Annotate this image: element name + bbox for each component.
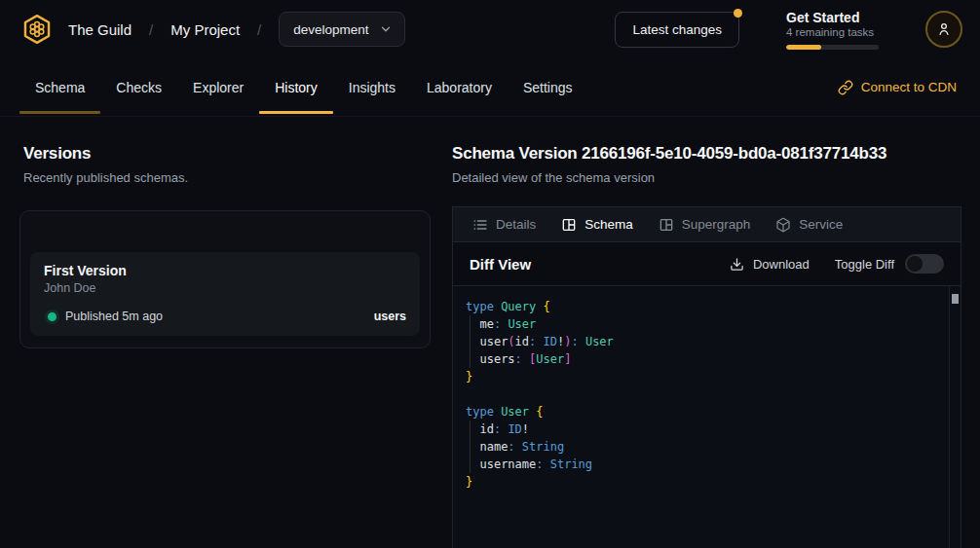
code-line: type User { [466, 403, 937, 420]
code-line: id: ID! [466, 420, 937, 438]
latest-changes-label: Latest changes [632, 22, 722, 37]
scrollbar-thumb[interactable] [952, 294, 959, 304]
tab-details[interactable]: Details [463, 207, 546, 241]
nav-tab-explorer[interactable]: Explorer [177, 58, 259, 116]
toggle-knob [907, 256, 923, 272]
notification-dot [734, 9, 742, 18]
version-detail-subtitle: Detailed view of the schema version [452, 170, 961, 185]
diff-header: Diff View Download Toggle Diff [453, 242, 961, 286]
download-icon [730, 257, 744, 272]
tab-supergraph[interactable]: Supergraph [649, 207, 761, 241]
code-line: user(id: ID!): User [466, 333, 937, 350]
code-scrollbar[interactable] [949, 286, 961, 548]
code-content: type Query { me: User user(id: ID!): Use… [453, 286, 961, 491]
version-author: John Doe [44, 281, 406, 295]
project-nav: Schema Checks Explorer History Insights … [0, 58, 980, 117]
person-icon [935, 20, 953, 38]
get-started-title: Get Started [786, 10, 879, 25]
download-button[interactable]: Download [730, 257, 810, 272]
get-started-progress [786, 45, 879, 50]
versions-panel: Versions Recently published schemas. Fir… [0, 117, 452, 548]
version-detail-title: Schema Version 2166196f-5e10-4059-bd0a-0… [452, 144, 961, 164]
version-card[interactable]: First Version John Doe Published 5m ago … [30, 252, 420, 336]
get-started-progress-fill [786, 45, 821, 50]
toggle-diff-label: Toggle Diff [835, 257, 894, 272]
panels-icon [659, 217, 674, 233]
version-name: First Version [44, 263, 406, 278]
cube-icon [775, 217, 791, 233]
code-line: username: String [466, 456, 937, 473]
tab-details-label: Details [496, 217, 536, 232]
schema-view-panel: Details Schema Sup [452, 206, 961, 548]
version-service-badge: users [374, 310, 406, 323]
tab-supergraph-label: Supergraph [682, 217, 751, 232]
main-content: Versions Recently published schemas. Fir… [0, 117, 980, 548]
versions-title: Versions [23, 144, 431, 164]
toggle-diff-switch[interactable] [905, 254, 944, 274]
nav-tab-settings[interactable]: Settings [508, 58, 588, 116]
nav-tab-schema[interactable]: Schema [19, 58, 100, 116]
nav-tab-laboratory[interactable]: Laboratory [411, 58, 508, 116]
breadcrumb-org[interactable]: The Guild [68, 21, 132, 38]
chevron-down-icon [379, 22, 393, 36]
code-line: name: String [466, 438, 937, 456]
code-line [466, 385, 937, 403]
version-status: Published 5m ago [65, 310, 163, 323]
latest-changes-button[interactable]: Latest changes [615, 12, 739, 48]
hive-logo[interactable] [19, 12, 55, 47]
tab-schema[interactable]: Schema [551, 207, 643, 241]
link-icon [838, 80, 853, 95]
target-select[interactable]: development [279, 12, 404, 47]
breadcrumb-project[interactable]: My Project [170, 21, 240, 38]
tab-service[interactable]: Service [766, 207, 852, 241]
code-line: type Query { [466, 298, 937, 315]
panels-icon [561, 217, 577, 233]
top-bar: The Guild / My Project / development Lat… [0, 0, 980, 58]
connect-to-cdn-button[interactable]: Connect to CDN [838, 80, 957, 95]
schema-view-tabs: Details Schema Sup [453, 207, 961, 242]
breadcrumb-separator: / [257, 21, 261, 38]
nav-tab-insights[interactable]: Insights [333, 58, 411, 116]
code-line: users: [User] [466, 350, 937, 368]
schema-code-viewer: type Query { me: User user(id: ID!): Use… [453, 286, 961, 548]
list-icon [472, 217, 488, 233]
version-detail-panel: Schema Version 2166196f-5e10-4059-bd0a-0… [452, 117, 980, 548]
get-started-subtitle: 4 remaining tasks [786, 26, 879, 38]
nav-tab-checks[interactable]: Checks [100, 58, 177, 116]
target-select-value: development [293, 22, 368, 37]
code-line: me: User [466, 315, 937, 333]
tab-service-label: Service [799, 217, 843, 232]
code-line: } [466, 473, 937, 491]
nav-tab-history[interactable]: History [259, 58, 333, 116]
download-label: Download [753, 257, 810, 272]
code-line: } [466, 368, 937, 385]
versions-subtitle: Recently published schemas. [23, 170, 431, 185]
tab-schema-label: Schema [584, 217, 633, 232]
user-avatar[interactable] [925, 11, 962, 48]
connect-to-cdn-label: Connect to CDN [861, 80, 957, 94]
diff-view-title: Diff View [470, 256, 531, 273]
get-started-widget[interactable]: Get Started 4 remaining tasks [786, 10, 879, 50]
version-list: First Version John Doe Published 5m ago … [19, 210, 431, 348]
published-status-dot [48, 312, 57, 321]
breadcrumb-separator: / [149, 21, 153, 38]
breadcrumb: The Guild / My Project / [68, 21, 261, 38]
